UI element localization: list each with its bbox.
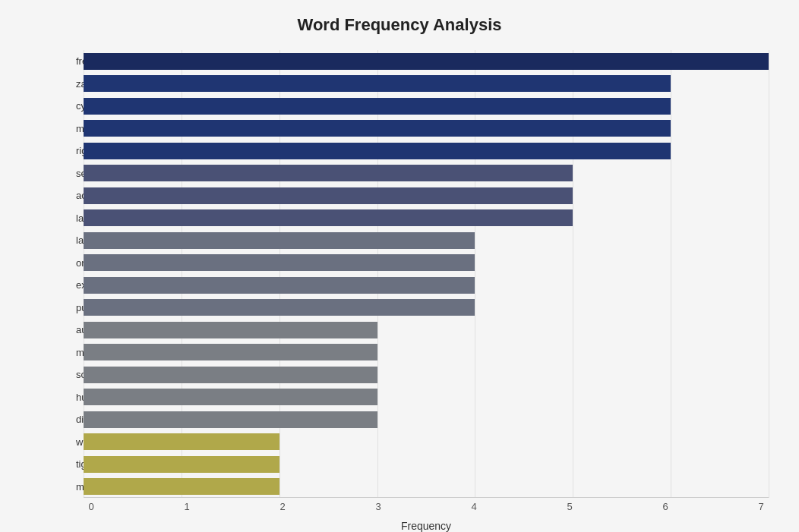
bar-track (84, 165, 769, 181)
x-tick: 5 (562, 498, 577, 512)
bar-row: digital (84, 408, 769, 431)
bar-track (84, 75, 769, 92)
x-tick: 1 (179, 498, 194, 512)
x-tick: 6 (658, 498, 673, 512)
bar-row: law (84, 207, 769, 230)
bar-fill (84, 277, 475, 294)
bar-fill (84, 322, 377, 338)
bar-track (84, 209, 769, 226)
bar-row: laws (84, 229, 769, 252)
bar-row: online (84, 252, 769, 275)
bar-fill (84, 209, 573, 226)
bar-track (84, 411, 769, 428)
bar-row: section (84, 162, 769, 185)
bar-fill (84, 232, 475, 249)
bar-fill (84, 433, 279, 450)
bar-track (84, 187, 769, 204)
bar-fill (84, 389, 377, 405)
bar-fill (84, 344, 377, 360)
bar-fill (84, 187, 573, 204)
bar-fill (84, 367, 377, 383)
x-tick: 2 (275, 498, 290, 512)
bar-row: right (84, 140, 769, 162)
x-axis-label: Frequency (84, 520, 769, 532)
bar-row: media (84, 118, 769, 140)
bar-track (84, 433, 769, 450)
bar-track (84, 120, 769, 137)
bar-track (84, 344, 769, 360)
bar-track (84, 478, 769, 495)
bar-row: tighten (84, 453, 769, 476)
bar-fill (84, 75, 671, 92)
bar-fill (84, 478, 279, 495)
bar-track (84, 322, 769, 338)
bar-row: mwiimbu (84, 342, 769, 364)
bar-track (84, 367, 769, 383)
bar-row: public (84, 297, 769, 320)
bar-row: human (84, 386, 769, 409)
bar-row: warn (84, 431, 769, 454)
bar-track (84, 143, 769, 159)
bar-track (84, 389, 769, 405)
bar-fill (84, 120, 671, 137)
chart-container: Word Frequency Analysis freedomzambiacyb… (0, 0, 799, 532)
bar-fill (84, 53, 769, 70)
bar-fill (84, 165, 573, 181)
x-tick: 3 (371, 498, 386, 512)
x-tick: 0 (84, 498, 99, 512)
chart-title: Word Frequency Analysis (30, 15, 769, 35)
bar-row: social (84, 364, 769, 386)
x-axis: 01234567 Frequency (84, 497, 769, 532)
chart-area: freedomzambiacybersecuritymediarightsect… (84, 50, 769, 498)
bar-row: zambia (84, 73, 769, 96)
x-tick: 7 (753, 498, 769, 512)
bar-row: measure (84, 476, 769, 499)
bar-fill (84, 98, 671, 115)
x-tick: 4 (466, 498, 482, 512)
bar-track (84, 277, 769, 294)
bar-row: authorities (84, 319, 769, 342)
bar-fill (84, 254, 475, 271)
bar-track (84, 232, 769, 249)
bar-row: cybersecurity (84, 95, 769, 118)
bar-fill (84, 456, 279, 473)
bar-track (84, 98, 769, 115)
bar-fill (84, 411, 377, 428)
bar-track (84, 456, 769, 473)
bar-row: freedom (84, 50, 769, 73)
bar-track (84, 254, 769, 271)
bar-row: expression (84, 274, 769, 297)
bar-fill (84, 143, 671, 159)
bar-track (84, 299, 769, 316)
bar-track (84, 53, 769, 70)
bar-fill (84, 299, 475, 316)
bar-row: act (84, 184, 769, 207)
